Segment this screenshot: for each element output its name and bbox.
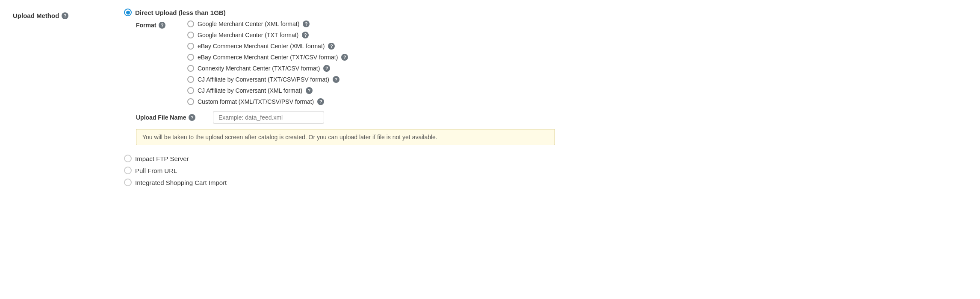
integrated-import-radio[interactable] [124, 179, 132, 186]
list-item[interactable]: eBay Commerce Merchant Center (XML forma… [187, 43, 348, 50]
format-options-list: Google Merchant Center (XML format) ? Go… [187, 21, 348, 105]
list-item[interactable]: Custom format (XML/TXT/CSV/PSV format) ? [187, 98, 348, 105]
list-item[interactable]: Connexity Merchant Center (TXT/CSV forma… [187, 65, 348, 72]
format-custom-help-icon[interactable]: ? [317, 98, 324, 105]
format-cj-txt-help-icon[interactable]: ? [333, 76, 339, 83]
format-option-label: Google Merchant Center (TXT format) [198, 32, 298, 38]
format-radio-connexity[interactable] [187, 65, 194, 72]
format-ebay-txt-help-icon[interactable]: ? [341, 54, 348, 61]
direct-upload-block: Direct Upload (less than 1GB) Format ? G… [124, 9, 967, 145]
upload-method-section: Upload Method ? Direct Upload (less than… [13, 9, 967, 186]
format-option-label: eBay Commerce Merchant Center (TXT/CSV f… [198, 54, 338, 61]
format-ebay-xml-help-icon[interactable]: ? [328, 43, 335, 50]
format-radio-gmc-xml[interactable] [187, 21, 194, 27]
format-radio-ebay-txt[interactable] [187, 54, 194, 61]
direct-upload-radio[interactable] [124, 9, 132, 16]
format-option-label: Google Merchant Center (XML format) [198, 21, 299, 27]
format-gmc-xml-help-icon[interactable]: ? [303, 21, 310, 27]
list-item[interactable]: Google Merchant Center (XML format) ? [187, 21, 348, 27]
direct-upload-label: Direct Upload (less than 1GB) [135, 9, 226, 16]
list-item[interactable]: CJ Affiliate by Conversant (XML format) … [187, 87, 348, 94]
format-option-label: eBay Commerce Merchant Center (XML forma… [198, 43, 325, 50]
pull-from-url-label: Pull From URL [135, 167, 177, 174]
format-radio-gmc-txt[interactable] [187, 32, 194, 38]
info-banner-text: You will be taken to the upload screen a… [142, 134, 437, 141]
other-upload-options: Impact FTP Server Pull From URL Integrat… [124, 155, 967, 186]
ftp-server-radio[interactable] [124, 155, 132, 162]
format-label: Format ? [136, 21, 187, 29]
format-option-label: Connexity Merchant Center (TXT/CSV forma… [198, 65, 320, 72]
integrated-import-label: Integrated Shopping Cart Import [135, 179, 227, 186]
integrated-import-option[interactable]: Integrated Shopping Cart Import [124, 179, 967, 186]
format-option-label: CJ Affiliate by Conversant (TXT/CSV/PSV … [198, 76, 329, 83]
list-item[interactable]: CJ Affiliate by Conversant (TXT/CSV/PSV … [187, 76, 348, 83]
format-section: Format ? Google Merchant Center (XML for… [136, 21, 967, 105]
format-help-icon[interactable]: ? [159, 22, 165, 29]
info-banner: You will be taken to the upload screen a… [136, 129, 555, 145]
format-cj-xml-help-icon[interactable]: ? [306, 87, 313, 94]
ftp-server-label: Impact FTP Server [135, 155, 189, 162]
upload-method-text: Upload Method [13, 12, 59, 19]
format-radio-cj-xml[interactable] [187, 87, 194, 94]
upload-file-name-input[interactable] [213, 111, 324, 124]
format-connexity-help-icon[interactable]: ? [323, 65, 330, 72]
upload-file-name-help-icon[interactable]: ? [189, 114, 195, 121]
format-radio-ebay-xml[interactable] [187, 43, 194, 50]
format-option-label: CJ Affiliate by Conversant (XML format) [198, 87, 302, 94]
format-option-label: Custom format (XML/TXT/CSV/PSV format) [198, 98, 314, 105]
format-radio-custom[interactable] [187, 98, 194, 105]
upload-method-help-icon[interactable]: ? [62, 12, 68, 19]
upload-file-name-text: Upload File Name [136, 114, 186, 121]
upload-file-section: Upload File Name ? [136, 111, 967, 124]
pull-from-url-option[interactable]: Pull From URL [124, 167, 967, 174]
format-gmc-txt-help-icon[interactable]: ? [302, 32, 309, 38]
format-label-text: Format [136, 22, 156, 29]
ftp-server-option[interactable]: Impact FTP Server [124, 155, 967, 162]
list-item[interactable]: eBay Commerce Merchant Center (TXT/CSV f… [187, 54, 348, 61]
format-radio-cj-txt[interactable] [187, 76, 194, 83]
upload-options-container: Direct Upload (less than 1GB) Format ? G… [124, 9, 967, 186]
pull-from-url-radio[interactable] [124, 167, 132, 174]
direct-upload-option[interactable]: Direct Upload (less than 1GB) [124, 9, 967, 16]
list-item[interactable]: Google Merchant Center (TXT format) ? [187, 32, 348, 38]
upload-file-name-label: Upload File Name ? [136, 114, 213, 121]
upload-method-label: Upload Method ? [13, 9, 124, 19]
